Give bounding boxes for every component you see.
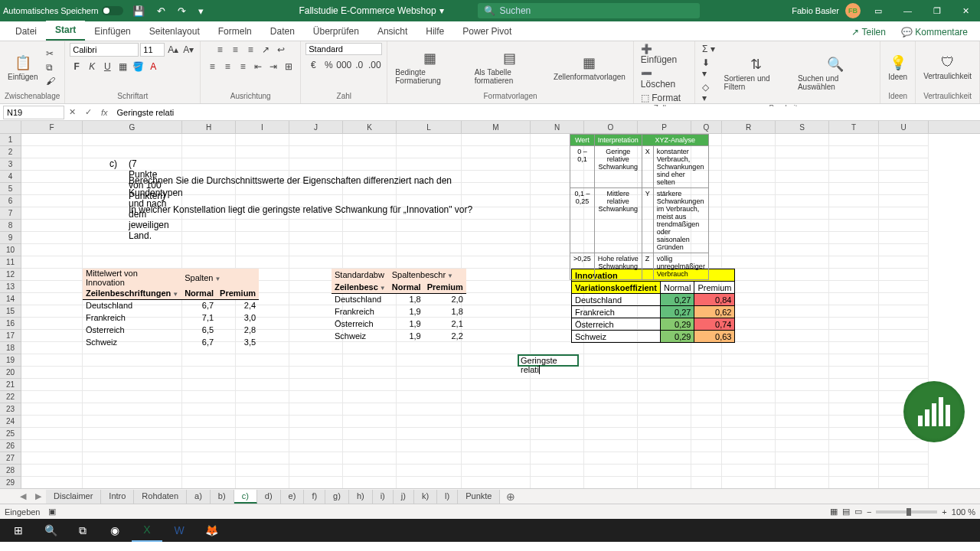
increase-font-icon[interactable]: A▴ bbox=[166, 43, 180, 57]
search-taskbar-icon[interactable]: 🔍 bbox=[35, 519, 66, 542]
dec-decimal-icon[interactable]: .00 bbox=[368, 58, 381, 72]
indent-dec-icon[interactable]: ⇤ bbox=[251, 60, 265, 73]
cut-icon[interactable]: ✂ bbox=[44, 47, 57, 60]
sheet-tab[interactable]: Punkte bbox=[458, 490, 500, 504]
font-name-select[interactable] bbox=[70, 43, 139, 57]
sheet-tab[interactable]: a) bbox=[187, 490, 211, 504]
border-icon[interactable]: ▦ bbox=[116, 60, 129, 73]
row-header[interactable]: 28 bbox=[0, 465, 21, 477]
row-header[interactable]: 6 bbox=[0, 195, 21, 207]
align-mid-icon[interactable]: ≡ bbox=[228, 43, 242, 57]
view-normal-icon[interactable]: ▦ bbox=[830, 507, 838, 517]
row-header[interactable]: 26 bbox=[0, 440, 21, 452]
pivot-table-mean[interactable]: Mittelwert von InnovationSpalten▼ Zeilen… bbox=[83, 269, 259, 348]
formula-input[interactable] bbox=[113, 106, 980, 119]
row-header[interactable]: 2 bbox=[0, 146, 21, 158]
column-header[interactable]: G bbox=[83, 121, 182, 133]
user-avatar[interactable]: FB bbox=[845, 3, 861, 18]
comments-button[interactable]: 💬 Kommentare bbox=[895, 24, 974, 41]
add-sheet-icon[interactable]: ⊕ bbox=[500, 491, 521, 503]
copy-icon[interactable]: ⧉ bbox=[44, 61, 57, 73]
sheet-tab[interactable]: f) bbox=[304, 490, 325, 504]
sheet-nav-prev-icon[interactable]: ◀ bbox=[15, 491, 31, 501]
row-header[interactable]: 13 bbox=[0, 281, 21, 293]
sheet-tab[interactable]: i) bbox=[373, 490, 394, 504]
merge-icon[interactable]: ⊞ bbox=[282, 60, 296, 73]
row-header[interactable]: 19 bbox=[0, 354, 21, 367]
row-header[interactable]: 20 bbox=[0, 367, 21, 379]
wrap-icon[interactable]: ↩ bbox=[274, 43, 288, 57]
search-box[interactable]: 🔍 Suchen bbox=[478, 3, 700, 18]
align-top-icon[interactable]: ≡ bbox=[213, 43, 227, 57]
sheet-tab[interactable]: g) bbox=[325, 490, 349, 504]
font-color-icon[interactable]: A bbox=[146, 60, 160, 73]
underline-icon[interactable]: U bbox=[100, 60, 114, 73]
view-layout-icon[interactable]: ▤ bbox=[842, 507, 850, 517]
autosave-toggle[interactable]: Automatisches Speichern bbox=[3, 6, 123, 15]
row-header[interactable]: 8 bbox=[0, 220, 21, 232]
column-header[interactable]: T bbox=[829, 121, 879, 133]
cond-format-button[interactable]: ▦Bedingte Formatierung bbox=[392, 48, 468, 86]
delete-cells-button[interactable]: ➖ Löschen bbox=[639, 67, 690, 90]
column-header[interactable]: I bbox=[236, 121, 289, 133]
indent-inc-icon[interactable]: ⇥ bbox=[266, 60, 280, 73]
column-header[interactable]: J bbox=[289, 121, 343, 133]
column-header[interactable]: Q bbox=[691, 121, 722, 133]
tab-datei[interactable]: Datei bbox=[6, 22, 46, 41]
bold-icon[interactable]: F bbox=[70, 60, 83, 73]
row-header[interactable]: 4 bbox=[0, 171, 21, 183]
select-all-corner[interactable] bbox=[0, 121, 21, 133]
row-header[interactable]: 21 bbox=[0, 379, 21, 391]
as-table-button[interactable]: ▤Als Tabelle formatieren bbox=[472, 48, 547, 86]
column-header[interactable]: S bbox=[776, 121, 829, 133]
sheet-nav-next-icon[interactable]: ▶ bbox=[31, 491, 46, 501]
decrease-font-icon[interactable]: A▾ bbox=[181, 43, 195, 57]
tab-ansicht[interactable]: Ansicht bbox=[368, 22, 416, 41]
clear-icon[interactable]: ◇ ▾ bbox=[700, 81, 718, 104]
find-select-button[interactable]: 🔍Suchen und Auswählen bbox=[795, 54, 875, 93]
column-header[interactable]: L bbox=[397, 121, 462, 133]
row-header[interactable]: 25 bbox=[0, 428, 21, 440]
column-header[interactable]: U bbox=[879, 121, 929, 133]
maximize-icon[interactable]: ❐ bbox=[926, 2, 949, 21]
cancel-edit-icon[interactable]: ✕ bbox=[64, 107, 80, 117]
thousands-icon[interactable]: 000 bbox=[337, 58, 351, 72]
row-header[interactable]: 15 bbox=[0, 305, 21, 318]
currency-icon[interactable]: € bbox=[306, 58, 320, 72]
sheet-tab[interactable]: Rohdaten bbox=[134, 490, 187, 504]
sheet-tab[interactable]: d) bbox=[257, 490, 281, 504]
view-pagebreak-icon[interactable]: ▭ bbox=[854, 507, 862, 517]
toggle-switch-icon[interactable] bbox=[102, 6, 123, 15]
sheet-tab[interactable]: e) bbox=[281, 490, 305, 504]
percent-icon[interactable]: % bbox=[322, 58, 335, 72]
row-header[interactable]: 7 bbox=[0, 207, 21, 220]
sheet-tab[interactable]: l) bbox=[437, 490, 458, 504]
inc-decimal-icon[interactable]: .0 bbox=[352, 58, 366, 72]
ribbon-mode-icon[interactable]: ▭ bbox=[867, 2, 890, 21]
sort-filter-button[interactable]: ⇅Sortieren und Filtern bbox=[721, 54, 792, 93]
column-header[interactable]: P bbox=[638, 121, 691, 133]
column-header[interactable]: M bbox=[462, 121, 531, 133]
confirm-edit-icon[interactable]: ✓ bbox=[80, 107, 96, 117]
dropdown-icon[interactable]: ▼ bbox=[446, 272, 453, 279]
row-header[interactable]: 3 bbox=[0, 158, 21, 171]
row-header[interactable]: 23 bbox=[0, 403, 21, 416]
sheet-tab[interactable]: c) bbox=[234, 490, 257, 504]
minimize-icon[interactable]: — bbox=[896, 2, 920, 20]
undo-icon[interactable]: ↶ bbox=[154, 5, 168, 17]
name-box[interactable] bbox=[3, 106, 64, 119]
row-header[interactable]: 24 bbox=[0, 416, 21, 428]
qat-more-icon[interactable]: ▾ bbox=[195, 5, 207, 17]
fill-color-icon[interactable]: 🪣 bbox=[131, 60, 145, 73]
tab-formeln[interactable]: Formeln bbox=[209, 22, 261, 41]
zoom-out-icon[interactable]: − bbox=[867, 507, 871, 517]
format-cells-button[interactable]: ⬚ Format bbox=[639, 92, 690, 104]
sheet-tab[interactable]: Disclaimer bbox=[46, 490, 101, 504]
column-header[interactable]: R bbox=[722, 121, 776, 133]
row-header[interactable]: 12 bbox=[0, 269, 21, 281]
grid-area[interactable]: FGHIJKLMNOPQRSTU 12345678910111213141516… bbox=[0, 121, 980, 488]
word-taskbar-icon[interactable]: W bbox=[164, 519, 194, 542]
column-header[interactable]: H bbox=[182, 121, 236, 133]
firefox-taskbar-icon[interactable]: 🦊 bbox=[196, 519, 227, 542]
sensitivity-button[interactable]: 🛡Vertraulichkeit bbox=[920, 53, 975, 82]
